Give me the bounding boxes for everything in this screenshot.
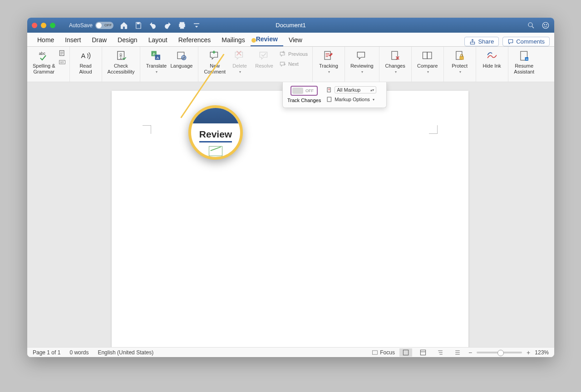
title-bar-right (527, 21, 550, 29)
tab-home[interactable]: Home (32, 34, 59, 46)
tab-layout[interactable]: Layout (143, 34, 173, 46)
thesaurus-icon[interactable] (59, 49, 66, 57)
markup-display-select[interactable]: All Markup ▴▾ (335, 86, 376, 93)
compare-icon (422, 50, 433, 62)
tab-references[interactable]: References (173, 34, 217, 46)
tab-draw[interactable]: Draw (86, 34, 112, 46)
read-aloud-button[interactable]: A Read Aloud (74, 49, 98, 74)
svg-text:A: A (157, 56, 159, 60)
focus-mode-button[interactable]: Focus (372, 349, 395, 356)
outline-view[interactable] (434, 348, 447, 357)
customize-qat-icon[interactable] (192, 21, 201, 29)
svg-rect-32 (327, 97, 331, 102)
markup-options-row[interactable]: Markup Options ▾ (326, 96, 376, 103)
document-page[interactable] (112, 91, 468, 347)
translate-icon: あA (150, 50, 162, 62)
markup-display-row[interactable]: All Markup ▴▾ (326, 86, 376, 93)
home-icon[interactable] (120, 21, 128, 29)
previous-icon (279, 50, 286, 58)
zoom-slider[interactable] (477, 352, 522, 353)
search-icon[interactable] (527, 21, 535, 29)
share-icon (469, 39, 476, 45)
draft-view[interactable] (451, 348, 464, 357)
svg-point-4 (528, 23, 532, 27)
check-accessibility-button[interactable]: Check Accessibility (106, 49, 137, 74)
svg-text:in: in (526, 58, 528, 60)
tab-view[interactable]: View (283, 34, 308, 46)
resolve-comment-button: Resolve (252, 49, 276, 69)
status-page[interactable]: Page 1 of 1 (33, 349, 60, 356)
spelling-grammar-button[interactable]: abc Spelling & Grammar (31, 49, 57, 74)
account-icon[interactable] (542, 21, 550, 29)
tracking-icon (323, 50, 335, 62)
annotation-dot (251, 38, 256, 43)
tab-mailings[interactable]: Mailings (216, 34, 250, 46)
annotation-magnifier: Review (188, 105, 243, 160)
accessibility-icon (115, 50, 127, 62)
status-bar: Page 1 of 1 0 words English (United Stat… (27, 347, 554, 357)
status-words[interactable]: 0 words (69, 349, 89, 356)
svg-rect-27 (460, 57, 463, 60)
svg-rect-25 (427, 52, 432, 59)
ribbon-tabs: Home Insert Draw Design Layout Reference… (27, 33, 554, 47)
review-ribbon: abc Spelling & Grammar 123 A Read Aloud … (27, 47, 554, 82)
print-layout-view[interactable] (399, 348, 412, 357)
compare-button[interactable]: Compare▾ (415, 49, 440, 74)
comments-button[interactable]: Comments (502, 37, 550, 46)
svg-rect-0 (137, 22, 139, 24)
svg-point-7 (547, 24, 547, 25)
translate-button[interactable]: あA Translate▾ (144, 49, 168, 74)
delete-comment-icon (234, 50, 246, 62)
autosave-toggle[interactable]: OFF (95, 22, 113, 29)
reviewing-button[interactable]: Reviewing▾ (349, 49, 375, 74)
track-changes-toggle[interactable]: OFF (290, 86, 318, 96)
zoom-level[interactable]: 123% (535, 349, 549, 356)
svg-text:A: A (81, 52, 85, 59)
redo-icon[interactable] (163, 21, 172, 29)
svg-text:abc: abc (39, 51, 45, 56)
changes-button[interactable]: Changes▾ (383, 49, 408, 74)
reviewing-icon (356, 50, 368, 62)
close-window-button[interactable] (32, 23, 37, 28)
new-comment-button[interactable]: New Comment (202, 49, 227, 74)
changes-icon (389, 50, 401, 62)
web-layout-view[interactable] (417, 348, 429, 357)
tab-insert[interactable]: Insert (59, 34, 86, 46)
word-count-icon[interactable]: 123 (59, 59, 66, 66)
svg-point-5 (542, 22, 549, 29)
autosave-control[interactable]: AutoSave OFF (69, 22, 113, 29)
tab-design[interactable]: Design (112, 34, 143, 46)
tracking-button[interactable]: Tracking▾ (316, 49, 341, 74)
zoom-in-button[interactable]: + (527, 349, 530, 356)
proofing-extra: 123 (59, 49, 66, 66)
protect-button[interactable]: Protect▾ (448, 49, 472, 74)
markup-options-icon (326, 96, 333, 103)
svg-point-15 (120, 54, 122, 55)
svg-point-6 (544, 24, 545, 25)
svg-rect-24 (423, 52, 427, 59)
share-button[interactable]: Share (464, 37, 499, 46)
document-area[interactable]: OFF Track Changes All Markup ▴▾ Markup O… (27, 82, 554, 347)
resume-assistant-button[interactable]: in Resume Assistant (512, 49, 537, 74)
save-icon[interactable] (134, 21, 143, 29)
print-icon[interactable] (178, 21, 186, 29)
zoom-out-button[interactable]: − (468, 349, 472, 356)
status-language[interactable]: English (United States) (98, 349, 153, 356)
word-window: AutoSave OFF Document1 Home Insert Draw … (27, 18, 554, 357)
hide-ink-button[interactable]: Hide Ink (480, 49, 504, 69)
traffic-lights (32, 23, 55, 28)
svg-rect-3 (180, 26, 184, 28)
language-button[interactable]: Language (168, 49, 194, 69)
undo-icon[interactable] (149, 21, 157, 29)
resolve-comment-icon (258, 50, 270, 62)
svg-text:123: 123 (60, 61, 64, 64)
previous-comment-button: Previous (278, 49, 309, 59)
maximize-window-button[interactable] (50, 23, 55, 28)
spelling-icon: abc (38, 50, 50, 62)
next-comment-button: Next (278, 59, 300, 69)
tracking-dropdown: OFF Track Changes All Markup ▴▾ Markup O… (282, 82, 387, 108)
svg-rect-33 (373, 350, 378, 354)
minimize-window-button[interactable] (41, 23, 46, 28)
autosave-label: AutoSave (69, 22, 93, 29)
hide-ink-icon (486, 50, 498, 62)
